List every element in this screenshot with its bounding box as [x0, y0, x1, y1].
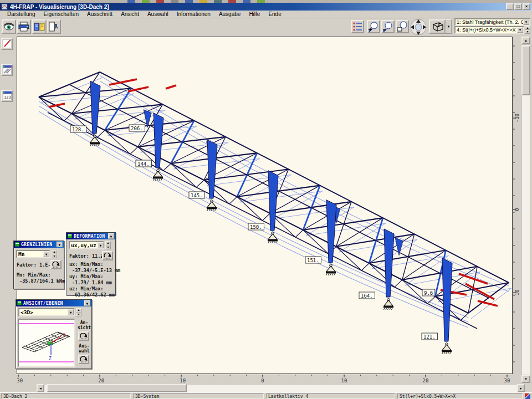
view-cube-dropdown[interactable]: ▼ [446, 19, 452, 34]
vscroll-down-arrow-icon[interactable]: ▼ [521, 375, 530, 383]
view-preview[interactable]: X Z [18, 319, 75, 367]
menu-ende[interactable]: Ende [264, 11, 285, 18]
node-label: 151. [305, 257, 321, 263]
side-window-values-button[interactable]: 123 [1, 90, 13, 102]
exit-door-icon [48, 22, 59, 32]
window-hatch-icon [3, 65, 12, 74]
spinner-down-icon[interactable]: ▼ [525, 30, 530, 34]
node-label: 121. [422, 333, 437, 340]
svg-text:-20: -20 [95, 378, 104, 383]
vertical-ruler: -10010 [513, 37, 521, 374]
deformation-apply-button[interactable] [102, 251, 113, 260]
side-window-hatch-button[interactable] [1, 64, 13, 76]
pan-control[interactable] [410, 19, 427, 38]
menu-bar: DarstellungEigenschaftenAusschnittAnsich… [0, 11, 532, 18]
menu-auswahl[interactable]: Auswahl [144, 11, 172, 18]
zoom-window-button[interactable] [396, 20, 409, 33]
view-apply-button[interactable] [78, 331, 89, 341]
column-fin [268, 171, 278, 231]
node-label: 164. [359, 292, 375, 299]
ansicht-combo-value: <3D> [19, 309, 68, 315]
loadcase-combo-arrow-icon[interactable]: ▼ [517, 27, 523, 33]
eye-icon [3, 22, 14, 31]
ansicht-spinner[interactable]: ▲▼ [76, 308, 81, 316]
svg-text:-10: -10 [514, 114, 520, 122]
hscroll-right-arrow-icon[interactable]: ► [517, 384, 525, 392]
deformation-combo-arrow-icon[interactable]: ▼ [98, 242, 104, 248]
spinner-up-icon[interactable]: ▲ [525, 26, 530, 30]
ansicht-titlebar[interactable]: ANSICHT/EBENEN ▼ [16, 300, 91, 306]
ansicht-title: ANSICHT/EBENEN [23, 301, 63, 306]
node-numbering-icon [352, 22, 362, 32]
panel-text-line: uy: Min/Max: [69, 274, 120, 280]
node-label: 9.6 [422, 289, 435, 296]
result-combobox[interactable]: 1: Stahl Tragfähigkeit (Th. 2. O ▼ [454, 18, 530, 26]
spinner-down-icon[interactable]: ▼ [52, 254, 57, 259]
node-numbering-button[interactable] [351, 20, 364, 33]
view-eye-button[interactable] [2, 19, 16, 34]
svg-text:0: 0 [514, 208, 520, 211]
result-combo-arrow-icon[interactable]: ▼ [523, 19, 529, 25]
deformation-combobox[interactable]: ux,uy,uz ▼ [69, 241, 104, 249]
pages-button[interactable] [32, 19, 47, 34]
loadcase-combobox[interactable]: 4: St(l+r)+Slx0.5+W>X+>X ▼ [454, 26, 524, 34]
select-apply-button[interactable] [78, 355, 89, 364]
support-icon [207, 200, 217, 211]
view-cube-icon [431, 21, 444, 32]
vscroll-up-arrow-icon[interactable]: ▲ [521, 37, 530, 44]
view-cube-button[interactable] [429, 19, 446, 34]
hscroll-left-arrow-icon[interactable]: ◄ [37, 384, 44, 392]
panel-text-line: -35.87/164.1 kNm [17, 278, 65, 284]
redraw-icon [80, 356, 88, 362]
close-button[interactable]: × [523, 3, 530, 10]
horizontal-scrollbar[interactable]: ◄ ► [17, 384, 530, 392]
vscroll-thumb[interactable] [521, 45, 530, 95]
deformation-titlebar[interactable]: DEFORMATION ▼ [66, 233, 115, 239]
menu-ausgabe[interactable]: Ausgabe [215, 11, 244, 18]
deformation-menu-button[interactable]: ▼ [108, 233, 114, 239]
panel-text-line: -37.34/-5.E-13 mm [69, 268, 120, 274]
hscroll-thumb[interactable] [47, 384, 187, 392]
menu-ansicht[interactable]: Ansicht [117, 11, 143, 18]
ansicht-menu-button[interactable]: ▼ [84, 300, 90, 306]
zoom-out-button[interactable] [381, 20, 395, 33]
status-icon [525, 393, 531, 399]
grenzlinien-combobox[interactable]: Mn ▼ [16, 250, 50, 258]
spinner-up-icon[interactable]: ▲ [76, 308, 81, 313]
toolbar: ▼ 1: Stahl Tragfähigkeit (Th. 2. O ▼ 4: … [0, 18, 532, 35]
grenzlinien-titlebar[interactable]: GRENZLINIEN ▼ [14, 241, 64, 248]
deformation-title: DEFORMATION [74, 234, 105, 239]
spinner-up-icon[interactable]: ▲ [105, 241, 111, 245]
panel-text-line: -61.36/42.62 mm [69, 292, 120, 298]
menu-ausschnitt[interactable]: Ausschnitt [83, 11, 116, 18]
node-label: 144. [136, 160, 151, 167]
grenzlinien-minmax: Mn: Min/Max: -35.87/164.1 kNm [17, 272, 65, 284]
loadcase-spinner[interactable]: ▲▼ [525, 26, 530, 34]
spinner-down-icon[interactable]: ▼ [105, 245, 111, 250]
minimize-button[interactable]: _ [506, 3, 514, 10]
redraw-icon [52, 262, 60, 268]
grenzlinien-combo-arrow-icon[interactable]: ▼ [43, 251, 49, 257]
ansicht-combo-arrow-icon[interactable]: ▼ [68, 309, 74, 315]
grenzlinien-apply-button[interactable] [50, 260, 62, 269]
status-field-3: Lastkollektiv 4 [266, 393, 395, 399]
menu-eigenschaften[interactable]: Eigenschaften [40, 11, 83, 18]
maximize-button[interactable]: □ [514, 3, 522, 10]
panel-text-line: uz: Min/Max: [69, 286, 120, 292]
deformation-spinner[interactable]: ▲▼ [105, 241, 111, 249]
zoom-in-button[interactable] [367, 20, 380, 33]
menu-informationen[interactable]: Informationen [173, 11, 214, 18]
ansicht-combobox[interactable]: <3D> ▼ [18, 308, 75, 316]
menu-hilfe[interactable]: Hilfe [245, 11, 264, 18]
spinner-up-icon[interactable]: ▲ [52, 250, 57, 254]
panel-text-line: -1.79/ 1.84 mm [69, 280, 120, 286]
print-button[interactable] [17, 19, 31, 34]
menu-darstellung[interactable]: Darstellung [3, 11, 39, 18]
vertical-scrollbar[interactable]: ▲ ▼ [521, 37, 530, 383]
exit-button[interactable] [47, 19, 61, 34]
spinner-down-icon[interactable]: ▼ [76, 313, 81, 317]
columns [90, 81, 452, 341]
side-edit-button[interactable] [1, 38, 13, 50]
grenzlinien-spinner[interactable]: ▲▼ [52, 250, 57, 258]
grenzlinien-menu-button[interactable]: ▼ [57, 242, 63, 247]
